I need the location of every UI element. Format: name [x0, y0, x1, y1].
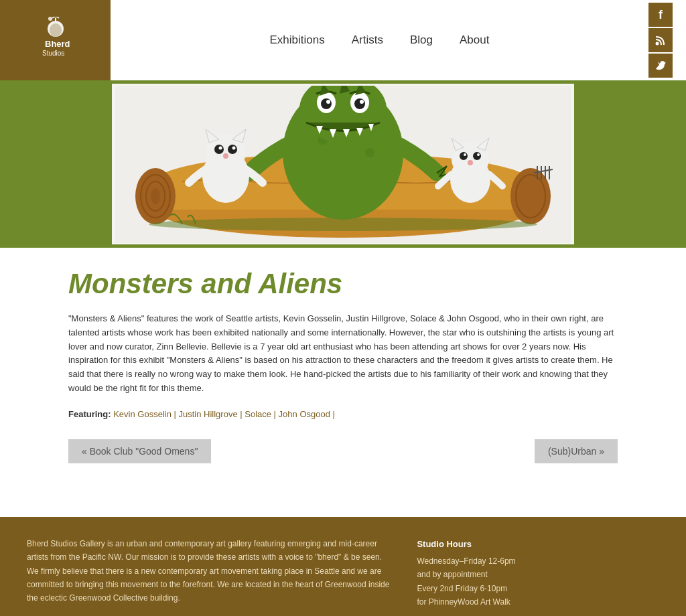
- social-icons-header: f: [648, 3, 673, 78]
- nav-item-about[interactable]: About: [460, 33, 489, 47]
- featuring-label: Featuring:: [68, 409, 111, 419]
- footer-hours-line-1: Wednesday–Friday 12-6pm: [417, 554, 659, 568]
- hero-right-bg: [572, 80, 686, 248]
- svg-point-34: [232, 146, 236, 149]
- svg-text:Bherd: Bherd: [45, 39, 70, 49]
- hero-left-bg: [0, 80, 114, 248]
- header: Bherd Studios Exhibitions Artists Blog A…: [0, 0, 686, 80]
- footer-hours-title: Studio Hours: [417, 537, 659, 552]
- logo-box: Bherd Studios: [0, 0, 111, 80]
- svg-point-39: [473, 152, 481, 160]
- rss-header-button[interactable]: [648, 28, 673, 52]
- hero-artwork: [115, 86, 571, 243]
- svg-point-33: [219, 146, 222, 149]
- featuring-line: Featuring: Kevin Gosselin | Justin Hillg…: [68, 409, 618, 419]
- featuring-artists: Kevin Gosselin | Justin Hillgrove | Sola…: [113, 409, 335, 419]
- twitter-header-button[interactable]: [648, 54, 673, 78]
- svg-point-27: [326, 100, 330, 104]
- footer-hours-line-4: for PhinneyWood Art Walk: [417, 595, 659, 609]
- twitter-icon: [655, 60, 667, 72]
- footer-top: Bherd Studios Gallery is an urban and co…: [27, 537, 659, 609]
- footer-hours-line-3: Every 2nd Friday 6-10pm: [417, 582, 659, 595]
- pagination-nav: « Book Club "Good Omens" (Sub)Urban »: [68, 439, 618, 463]
- next-page-button[interactable]: (Sub)Urban »: [535, 439, 618, 463]
- svg-point-6: [656, 42, 659, 46]
- svg-point-40: [464, 153, 466, 156]
- footer-hours-line-2: and by appointment: [417, 568, 659, 581]
- svg-point-26: [354, 98, 365, 109]
- svg-point-42: [468, 160, 473, 165]
- logo-svg: Bherd Studios: [36, 17, 76, 64]
- svg-point-28: [360, 100, 364, 104]
- prev-page-button[interactable]: « Book Club "Good Omens": [68, 439, 211, 463]
- rss-icon: [655, 34, 667, 46]
- svg-point-25: [321, 98, 332, 109]
- svg-point-14: [151, 188, 160, 204]
- nav-item-exhibitions[interactable]: Exhibitions: [270, 33, 325, 47]
- main-nav: Exhibitions Artists Blog About: [111, 33, 648, 47]
- page-title: Monsters and Aliens: [68, 268, 618, 300]
- footer-hours: Studio Hours Wednesday–Friday 12-6pm and…: [417, 537, 659, 609]
- main-content: Monsters and Aliens "Monsters & Aliens" …: [55, 248, 631, 517]
- hero-image-area: [112, 84, 574, 244]
- svg-point-35: [223, 153, 228, 159]
- svg-point-5: [48, 17, 52, 21]
- svg-point-41: [477, 153, 480, 156]
- svg-text:Studios: Studios: [42, 50, 64, 57]
- svg-point-1: [50, 23, 62, 37]
- nav-item-artists[interactable]: Artists: [352, 33, 383, 47]
- nav-item-blog[interactable]: Blog: [410, 33, 433, 47]
- facebook-header-button[interactable]: f: [648, 3, 673, 27]
- svg-point-31: [214, 145, 224, 154]
- footer: Bherd Studios Gallery is an urban and co…: [0, 517, 686, 616]
- svg-point-21: [365, 148, 374, 157]
- svg-point-32: [228, 145, 237, 154]
- page-description: "Monsters & Aliens" features the work of…: [68, 312, 618, 396]
- footer-about-text: Bherd Studios Gallery is an urban and co…: [27, 537, 390, 609]
- hero-section: [0, 80, 686, 248]
- svg-point-38: [460, 152, 468, 160]
